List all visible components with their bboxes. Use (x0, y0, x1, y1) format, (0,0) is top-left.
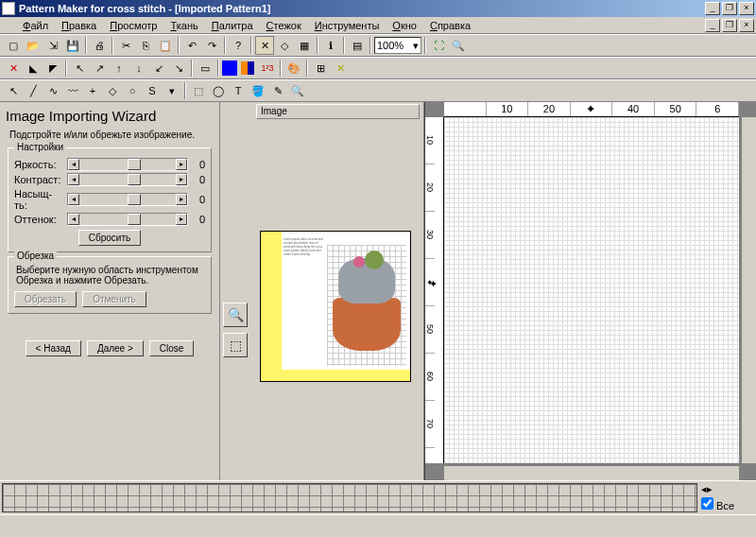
curve2-icon[interactable]: 〰 (63, 81, 82, 100)
tool-full-stitch-icon[interactable]: ✕ (255, 36, 274, 55)
menu-edit[interactable]: Правка (56, 19, 102, 32)
tool-symbol-icon[interactable]: ◇ (275, 36, 294, 55)
palette-edit-icon[interactable]: 🎨 (284, 59, 303, 78)
select-icon[interactable]: ▭ (196, 59, 215, 78)
slider-2[interactable]: ◂ ▸ (67, 193, 188, 206)
slider-3[interactable]: ◂ ▸ (67, 213, 188, 226)
slider-left-arrow-icon[interactable]: ◂ (68, 159, 79, 170)
save-icon[interactable]: 💾 (63, 36, 82, 55)
marquee-icon[interactable]: ⬚ (189, 81, 208, 100)
title-bar: Pattern Maker for cross stitch - [Import… (0, 0, 756, 17)
back-button[interactable]: < Назад (26, 340, 81, 356)
pointer-icon[interactable]: ↖ (4, 81, 23, 100)
arrow-se-icon[interactable]: ↘ (169, 59, 188, 78)
reset-button[interactable]: Сбросить (78, 230, 141, 246)
stitch-grid[interactable] (444, 117, 739, 463)
lasso-icon[interactable]: ◯ (209, 81, 228, 100)
text-icon[interactable]: T (229, 81, 248, 100)
redo-icon[interactable]: ↷ (202, 36, 221, 55)
open-icon[interactable]: 📂 (24, 36, 43, 55)
magnifier-tool-icon[interactable]: 🔍 (223, 303, 248, 327)
stitch-half-icon[interactable]: ◣ (24, 59, 43, 78)
slider-label: Оттенок: (14, 214, 63, 225)
curve1-icon[interactable]: ∿ (43, 81, 62, 100)
tool-info-icon[interactable]: ℹ (321, 36, 340, 55)
slider-row: Яркость: ◂ ▸ 0 (14, 158, 205, 171)
stitch-x-icon[interactable]: ✕ (4, 59, 23, 78)
slider-right-arrow-icon[interactable]: ▸ (176, 174, 187, 185)
slider-right-arrow-icon[interactable]: ▸ (176, 159, 187, 170)
status-bar (0, 514, 756, 533)
menu-view[interactable]: Просмотр (104, 19, 163, 32)
grid-toggle-icon[interactable]: ⊞ (311, 59, 330, 78)
palette-all-checkbox[interactable]: Все (701, 497, 734, 511)
slider-left-arrow-icon[interactable]: ◂ (68, 194, 79, 205)
line-icon[interactable]: ╱ (24, 81, 43, 100)
tool-view-icon[interactable]: ▤ (348, 36, 367, 55)
palette-scroll-icon[interactable]: ◂▸ (701, 483, 713, 495)
mdi-minimize-button[interactable]: _ (705, 19, 720, 32)
fit-icon[interactable]: ⛶ (429, 36, 448, 55)
menu-help[interactable]: Справка (424, 19, 476, 32)
eyedropper-icon[interactable]: ✎ (268, 81, 287, 100)
slider-left-arrow-icon[interactable]: ◂ (68, 174, 79, 185)
copy-icon[interactable]: ⎘ (136, 36, 155, 55)
new-icon[interactable]: ▢ (4, 36, 23, 55)
preview-panel: Image Lorem ipsum dolor sit amet text co… (252, 102, 424, 480)
stitch-quarter-icon[interactable]: ◤ (43, 59, 62, 78)
crop-button[interactable]: Обрезать (14, 291, 77, 307)
undo-icon[interactable]: ↶ (182, 36, 201, 55)
maximize-button[interactable]: ❐ (722, 2, 737, 15)
plus-icon[interactable]: + (83, 81, 102, 100)
arrow-up-icon[interactable]: ↑ (110, 59, 129, 78)
mdi-restore-button[interactable]: ❐ (722, 19, 737, 32)
import-icon[interactable]: ⇲ (43, 36, 62, 55)
slider-left-arrow-icon[interactable]: ◂ (68, 214, 79, 225)
menu-tools[interactable]: Инструменты (309, 19, 386, 32)
menu-bar: Файл Правка Просмотр Ткань Палитра Стежо… (0, 17, 756, 34)
close-wizard-button[interactable]: Close (149, 340, 195, 356)
magnify-icon[interactable]: 🔍 (288, 81, 307, 100)
arrow-ne-icon[interactable]: ↗ (90, 59, 109, 78)
menu-file[interactable]: Файл (17, 19, 54, 32)
zoom-icon[interactable]: 🔍 (449, 36, 468, 55)
slider-value: 0 (192, 194, 205, 205)
color1-icon[interactable] (222, 61, 237, 76)
highlight-icon[interactable]: ✕ (331, 59, 350, 78)
arrow-down-icon[interactable]: ↓ (129, 59, 148, 78)
text123-icon[interactable]: 1²3 (258, 59, 277, 78)
arrow-nw-icon[interactable]: ↖ (70, 59, 89, 78)
next-button[interactable]: Далее > (87, 340, 144, 356)
mdi-close-button[interactable]: × (739, 19, 754, 32)
slider-label: Яркость: (14, 159, 63, 170)
menu-stitch[interactable]: Стежок (261, 19, 307, 32)
slider-1[interactable]: ◂ ▸ (67, 173, 188, 186)
menu-fabric[interactable]: Ткань (164, 19, 203, 32)
toolbar-main: ▢ 📂 ⇲ 💾 🖨 ✂ ⎘ 📋 ↶ ↷ ? ✕ ◇ ▦ ℹ ▤ 100%▾ ⛶ … (0, 34, 756, 57)
zoom-combo[interactable]: 100%▾ (374, 37, 421, 54)
close-button[interactable]: × (739, 2, 754, 15)
scrollbar-vertical[interactable] (741, 117, 756, 463)
scrollbar-horizontal[interactable] (444, 465, 739, 480)
help-icon[interactable]: ? (229, 36, 248, 55)
tool-color-icon[interactable]: ▦ (295, 36, 314, 55)
cut-icon[interactable]: ✂ (116, 36, 135, 55)
fill-icon[interactable]: 🪣 (249, 81, 267, 100)
minimize-button[interactable]: _ (705, 2, 720, 15)
slider-right-arrow-icon[interactable]: ▸ (176, 214, 187, 225)
s-icon[interactable]: S (143, 81, 162, 100)
menu-palette[interactable]: Палитра (206, 19, 259, 32)
palette-grid[interactable] (2, 483, 697, 512)
paste-icon[interactable]: 📋 (156, 36, 175, 55)
slider-right-arrow-icon[interactable]: ▸ (176, 194, 187, 205)
arrow-sw-icon[interactable]: ↙ (149, 59, 168, 78)
menu-window[interactable]: Окно (387, 19, 422, 32)
slider-0[interactable]: ◂ ▸ (67, 158, 188, 171)
diamond-icon[interactable]: ◇ (103, 81, 122, 100)
circle-icon[interactable]: ○ (123, 81, 142, 100)
crop-cancel-button[interactable]: Отменить (82, 291, 146, 307)
crop-tool-icon[interactable]: ⬚ (223, 333, 248, 357)
color2-icon[interactable] (238, 59, 257, 78)
dropdown-icon[interactable]: ▾ (163, 81, 181, 100)
print-icon[interactable]: 🖨 (90, 36, 109, 55)
